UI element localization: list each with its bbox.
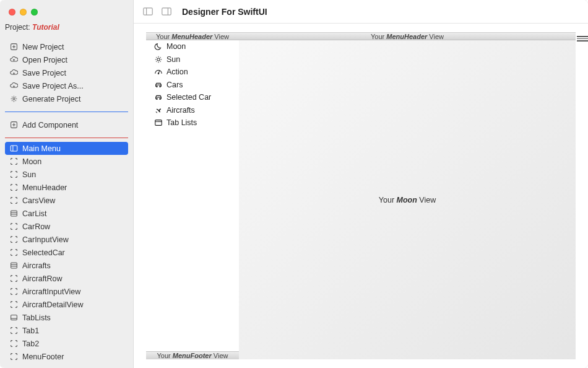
moon-icon [153, 42, 163, 51]
viewfinder-icon [9, 170, 19, 178]
viewfinder-icon [9, 340, 19, 348]
divider [5, 138, 128, 138]
canvas: Your MenuHeader View MoonSunActionCarsSe… [134, 24, 588, 368]
label: Action [166, 68, 188, 76]
toggle-detail-button[interactable] [160, 5, 173, 19]
menu-item-tab-lists[interactable]: Tab Lists [146, 116, 239, 129]
label: CarList [22, 209, 47, 218]
menu-footer-placeholder: Your MenuFooter View [146, 351, 239, 359]
component-item-menuheader[interactable]: MenuHeader [5, 181, 128, 194]
component-item-menufooter[interactable]: MenuFooter [5, 350, 128, 363]
menu-item-selected-car[interactable]: Selected Car [146, 91, 239, 104]
preview-menu-list: MoonSunActionCarsSelected CarAircraftsTa… [146, 40, 239, 351]
car-icon [153, 93, 163, 102]
svg-rect-7 [11, 146, 17, 151]
divider [5, 112, 128, 112]
list-box-icon [9, 209, 19, 217]
label: AircraftDetailView [22, 300, 83, 309]
label: Open Project [22, 56, 67, 64]
project-action-open-project[interactable]: Open Project [5, 53, 128, 66]
label: Aircrafts [22, 261, 51, 270]
svg-rect-15 [11, 315, 17, 320]
label: CarInputView [22, 235, 69, 244]
svg-point-25 [157, 99, 158, 100]
minimize-window-button[interactable] [20, 9, 27, 15]
svg-point-22 [158, 73, 158, 74]
toggle-sidebar-button[interactable] [141, 5, 155, 19]
project-action-generate-project[interactable]: Generate Project [5, 92, 128, 105]
sidebar-layout-icon [9, 144, 19, 152]
component-item-carsview[interactable]: CarsView [5, 194, 128, 207]
zoom-window-button[interactable] [31, 9, 38, 15]
component-item-aircraftrow[interactable]: AircraftRow [5, 272, 128, 285]
component-item-aircraftdetailview[interactable]: AircraftDetailView [5, 298, 128, 311]
svg-point-24 [160, 86, 161, 87]
project-action-new-project[interactable]: New Project [5, 40, 128, 53]
viewfinder-icon [9, 274, 19, 283]
label: Tab2 [22, 340, 39, 348]
label: CarsView [22, 196, 55, 205]
label: Save Project As... [22, 82, 84, 90]
preview-container: Your MenuHeader View MoonSunActionCarsSe… [146, 32, 576, 359]
component-item-aircrafts[interactable]: Aircrafts [5, 259, 128, 272]
label: Add Component [22, 121, 78, 129]
plus-square-icon [9, 121, 19, 129]
add-component-button[interactable]: Add Component [5, 118, 128, 131]
detail-header-placeholder: Your MenuHeader View [239, 32, 576, 40]
label: Sun [22, 170, 36, 179]
menu-item-action[interactable]: Action [146, 66, 239, 79]
component-item-carinputview[interactable]: CarInputView [5, 233, 128, 246]
toolbar-title: Designer For SwiftUI [182, 7, 267, 17]
component-item-sun[interactable]: Sun [5, 168, 128, 181]
label: Selected Car [166, 93, 211, 102]
component-item-tablists[interactable]: TabLists [5, 311, 128, 324]
label: MenuHeader [22, 183, 67, 192]
component-item-main-menu[interactable]: Main Menu [5, 142, 128, 155]
viewfinder-icon [9, 300, 19, 309]
component-item-aircraftinputview[interactable]: AircraftInputView [5, 285, 128, 298]
svg-rect-12 [11, 263, 17, 268]
component-item-tab2[interactable]: Tab2 [5, 337, 128, 350]
viewfinder-icon [9, 157, 19, 165]
viewfinder-icon [9, 235, 19, 243]
cloud-up-icon [9, 56, 19, 64]
add-component-section: Add Component [0, 116, 133, 134]
svg-point-26 [160, 99, 161, 100]
component-item-moon[interactable]: Moon [5, 155, 128, 168]
svg-rect-9 [11, 211, 17, 216]
label: Moon [22, 157, 41, 166]
project-action-save-project-as-[interactable]: Save Project As... [5, 79, 128, 92]
project-indicator: Project: Tutorial [0, 15, 133, 38]
component-item-carrow[interactable]: CarRow [5, 220, 128, 233]
menu-item-moon[interactable]: Moon [146, 40, 239, 53]
speed-icon [153, 68, 163, 76]
menu-item-aircrafts[interactable]: Aircrafts [146, 104, 239, 117]
cloud-down-icon [9, 69, 19, 77]
component-item-carlist[interactable]: CarList [5, 207, 128, 220]
menu-item-cars[interactable]: Cars [146, 79, 239, 92]
preview-menu-column: Your MenuHeader View MoonSunActionCarsSe… [146, 32, 239, 359]
menu-item-sun[interactable]: Sun [146, 53, 239, 66]
label: New Project [22, 43, 64, 51]
car-icon [153, 81, 163, 89]
component-item-selectedcar[interactable]: SelectedCar [5, 246, 128, 259]
label: MenuFooter [22, 353, 64, 361]
plus-square-icon [9, 43, 19, 51]
component-item-tab1[interactable]: Tab1 [5, 324, 128, 337]
project-action-save-project[interactable]: Save Project [5, 66, 128, 79]
menu-header-placeholder: Your MenuHeader View [146, 32, 239, 40]
svg-point-3 [12, 98, 14, 100]
viewfinder-icon [9, 326, 19, 335]
label: Save Project [22, 69, 66, 77]
project-actions-section: New ProjectOpen ProjectSave ProjectSave … [0, 38, 133, 108]
menu-icon[interactable] [577, 36, 588, 42]
viewfinder-icon [9, 353, 19, 361]
window-controls [0, 0, 133, 15]
viewfinder-icon [9, 248, 19, 256]
viewfinder-icon [9, 196, 19, 204]
preview-detail-column: Your MenuHeader View Your Moon View [239, 32, 576, 359]
cloud-down-icon [9, 82, 19, 90]
svg-point-21 [157, 58, 160, 61]
close-window-button[interactable] [9, 9, 15, 15]
label: SelectedCar [22, 248, 65, 257]
